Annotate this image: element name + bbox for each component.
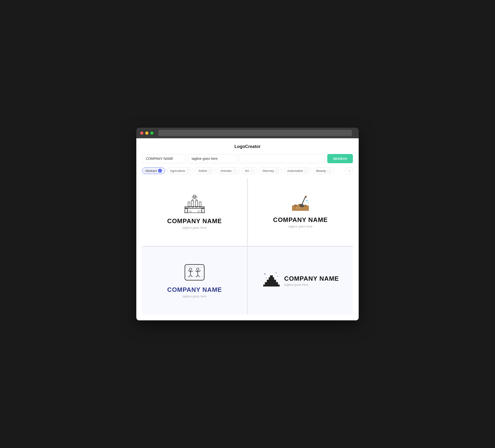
logo-icon-4: ✦ ✦ ✦ ✦ (262, 270, 281, 288)
svg-text:✦: ✦ (264, 273, 266, 275)
logo-card-1[interactable]: COMPANY NAME tagline goes here (142, 178, 247, 246)
logo-company-name-2: COMPANY NAME (273, 216, 328, 224)
category-chip-abstract[interactable]: Abstract ✓ (142, 167, 165, 174)
category-bar: Abstract ✓ Agriculture Airline Animals A… (142, 167, 353, 174)
svg-point-19 (297, 209, 299, 210)
logo-icon-1 (184, 195, 206, 214)
logo-company-name-3: COMPANY NAME (167, 286, 222, 294)
category-label-beauty: Beauty (316, 169, 326, 173)
check-icon-attorney (275, 169, 279, 173)
logo-grid: COMPANY NAME tagline goes here (142, 178, 353, 315)
svg-rect-21 (300, 205, 303, 207)
svg-line-20 (302, 197, 305, 205)
svg-rect-4 (192, 201, 193, 207)
check-icon-airline (208, 169, 212, 173)
search-bar: SEARCH (142, 154, 353, 163)
category-label-abstract: Abstract (145, 169, 157, 173)
logo-card-3[interactable]: COMPANY NAME tagline goes here (142, 247, 247, 315)
category-label-attorney: Attorney (262, 169, 274, 173)
logo-tagline-1: tagline goes here (182, 226, 207, 229)
category-label-automotive: Automotive (287, 169, 303, 173)
svg-point-26 (308, 202, 309, 203)
app-header: LogoCreator (142, 144, 353, 149)
category-label-airline: Airline (198, 169, 207, 173)
logo-tagline-3: tagline goes here (182, 294, 207, 298)
logo-icon-3 (184, 263, 206, 283)
svg-line-36 (195, 271, 198, 272)
logo-inline-text-4: COMPANY NAME tagline goes here (284, 275, 339, 286)
svg-point-28 (189, 268, 192, 270)
svg-rect-6 (199, 202, 201, 207)
svg-point-15 (303, 205, 307, 207)
extra-input[interactable] (239, 154, 325, 163)
category-chip-automotive[interactable]: Automotive (284, 167, 311, 174)
svg-line-31 (191, 271, 193, 272)
svg-rect-5 (195, 201, 197, 207)
category-label-animals: Animals (220, 169, 232, 173)
logo-icon-2 (289, 196, 311, 213)
svg-point-22 (305, 196, 307, 198)
minimize-button[interactable] (145, 131, 148, 135)
tagline-input[interactable] (188, 154, 236, 163)
svg-point-34 (196, 268, 199, 270)
search-button[interactable]: SEARCH (327, 154, 353, 163)
svg-line-33 (191, 275, 192, 277)
svg-rect-2 (185, 207, 204, 209)
category-label-agriculture: Agriculture (170, 169, 185, 173)
svg-text:✦: ✦ (275, 272, 277, 274)
app-body: LogoCreator SEARCH Abstract ✓ Agricultur… (136, 138, 359, 320)
svg-rect-11 (198, 211, 202, 213)
category-chip-agriculture[interactable]: Agriculture (167, 167, 193, 174)
check-icon-beauty (327, 169, 331, 173)
category-chip-animals[interactable]: Animals (217, 167, 240, 174)
logo-tagline-2: tagline goes here (288, 224, 313, 228)
next-categories-button[interactable]: → (346, 167, 353, 174)
check-icon-abstract: ✓ (158, 169, 162, 173)
browser-window: LogoCreator SEARCH Abstract ✓ Agricultur… (136, 128, 359, 320)
logo-inline-4: ✦ ✦ ✦ ✦ (262, 270, 339, 292)
titlebar (136, 128, 359, 138)
svg-line-37 (198, 270, 201, 272)
svg-point-13 (294, 205, 298, 207)
app-title: LogoCreator (234, 144, 261, 149)
svg-text:✦: ✦ (277, 276, 278, 277)
category-chip-art[interactable]: Art (242, 167, 257, 174)
svg-text:✦: ✦ (266, 277, 267, 279)
check-icon-art (250, 169, 254, 173)
category-chip-attorney[interactable]: Attorney (259, 167, 282, 174)
logo-company-name-1: COMPANY NAME (167, 217, 222, 225)
close-button[interactable] (140, 131, 143, 135)
logo-card-2[interactable]: COMPANY NAME tagline goes here (248, 178, 353, 246)
check-icon-animals (233, 169, 237, 173)
svg-point-18 (297, 206, 299, 208)
svg-line-30 (188, 270, 191, 272)
logo-company-name-4: COMPANY NAME (284, 275, 339, 282)
address-bar[interactable] (158, 130, 352, 136)
svg-line-38 (196, 275, 198, 277)
category-label-art: Art (245, 169, 249, 173)
svg-rect-10 (187, 211, 191, 213)
logo-card-4[interactable]: ✦ ✦ ✦ ✦ (248, 247, 353, 315)
logo-tagline-4: tagline goes here (284, 283, 339, 286)
check-icon-agriculture (186, 169, 190, 173)
svg-rect-3 (188, 202, 190, 207)
company-name-input[interactable] (142, 154, 186, 163)
svg-line-39 (198, 275, 200, 277)
svg-rect-48 (270, 275, 273, 278)
check-icon-automotive (304, 169, 308, 173)
svg-rect-27 (185, 265, 204, 280)
category-chip-airline[interactable]: Airline (195, 167, 215, 174)
category-chip-beauty[interactable]: Beauty (313, 167, 334, 174)
maximize-button[interactable] (150, 131, 153, 135)
svg-rect-7 (193, 195, 196, 197)
